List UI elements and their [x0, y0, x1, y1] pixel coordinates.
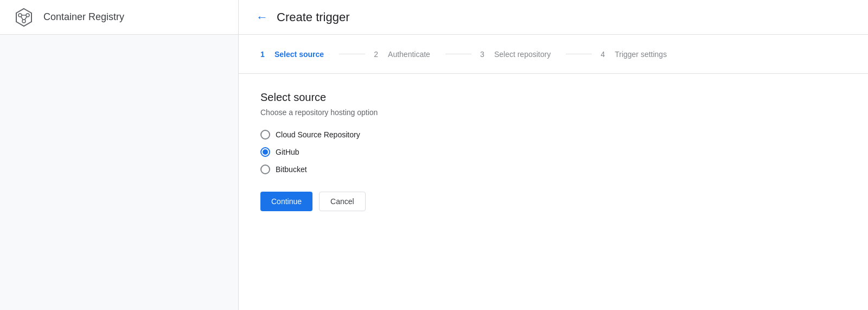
step-divider-1	[339, 54, 365, 54]
step-1-label: Select source	[275, 50, 324, 59]
back-button[interactable]: ←	[256, 11, 268, 23]
svg-line-6	[25, 16, 27, 20]
form-subtitle: Choose a repository hosting option	[260, 108, 846, 117]
svg-line-5	[21, 16, 23, 20]
page-title: Create trigger	[277, 10, 350, 24]
form-title: Select source	[260, 91, 846, 104]
container-registry-logo	[13, 7, 35, 28]
continue-button[interactable]: Continue	[260, 192, 312, 211]
radio-label-github: GitHub	[276, 148, 299, 156]
step-4-number: 4	[596, 48, 609, 61]
svg-point-3	[22, 20, 25, 23]
step-4[interactable]: 4 Trigger settings	[596, 48, 678, 61]
main-content: 1 Select source 2 Authenticate 3 Select …	[239, 35, 868, 310]
step-3[interactable]: 3 Select repository	[476, 48, 561, 61]
step-divider-3	[566, 54, 592, 54]
step-3-label: Select repository	[494, 50, 551, 59]
radio-input-bitbucket[interactable]	[260, 165, 270, 174]
step-divider-2	[445, 54, 471, 54]
stepper: 1 Select source 2 Authenticate 3 Select …	[239, 35, 868, 74]
step-1-number: 1	[256, 48, 269, 61]
radio-label-bitbucket: Bitbucket	[276, 165, 307, 174]
svg-point-2	[26, 14, 29, 17]
radio-option-bitbucket[interactable]: Bitbucket	[260, 165, 846, 174]
step-4-label: Trigger settings	[615, 50, 667, 59]
radio-input-github[interactable]	[260, 147, 270, 157]
sidebar-header: Container Registry	[0, 0, 239, 34]
radio-label-cloud-source: Cloud Source Repository	[276, 130, 360, 139]
step-2-label: Authenticate	[388, 50, 430, 59]
step-2[interactable]: 2 Authenticate	[369, 48, 441, 61]
content-area: 1 Select source 2 Authenticate 3 Select …	[0, 35, 868, 310]
step-1[interactable]: 1 Select source	[256, 48, 335, 61]
svg-marker-0	[16, 9, 31, 26]
step-2-number: 2	[369, 48, 382, 61]
radio-group: Cloud Source Repository GitHub Bitbucket	[260, 130, 846, 174]
sidebar	[0, 35, 239, 310]
cancel-button[interactable]: Cancel	[319, 192, 366, 211]
button-group: Continue Cancel	[260, 192, 846, 211]
radio-input-cloud-source[interactable]	[260, 130, 270, 140]
header: Container Registry ← Create trigger	[0, 0, 868, 35]
app-title: Container Registry	[43, 11, 124, 23]
radio-option-cloud-source[interactable]: Cloud Source Repository	[260, 130, 846, 140]
radio-dot-github	[263, 149, 268, 155]
step-3-number: 3	[476, 48, 489, 61]
radio-option-github[interactable]: GitHub	[260, 147, 846, 157]
main-header: ← Create trigger	[239, 0, 868, 34]
form-area: Select source Choose a repository hostin…	[239, 74, 868, 229]
svg-point-1	[18, 14, 22, 17]
